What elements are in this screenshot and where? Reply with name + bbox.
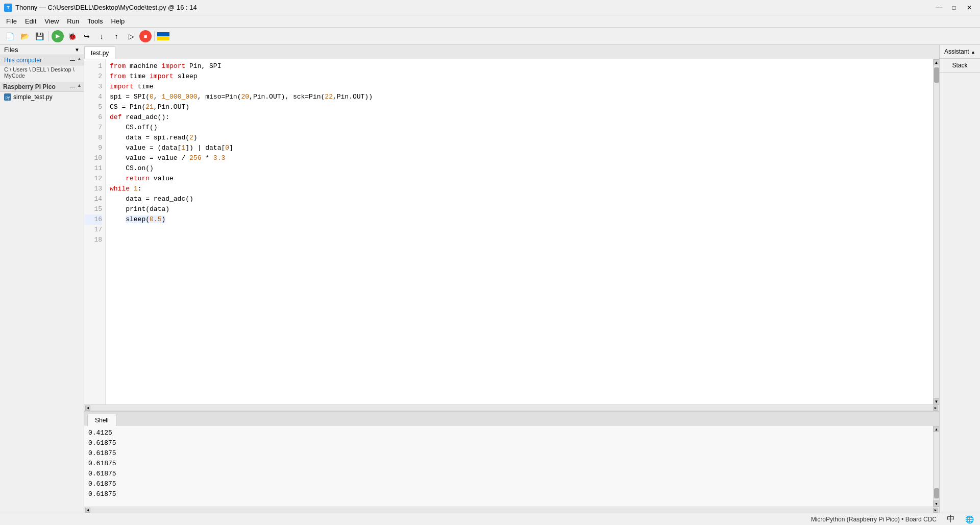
- resume-button[interactable]: ▷: [125, 30, 138, 43]
- interpreter-label: MicroPython (Raspberry Pi Pico): [811, 516, 900, 523]
- minimize-button[interactable]: ―: [932, 3, 945, 13]
- editor-hscrollbar[interactable]: ◄ ►: [84, 404, 939, 411]
- editor-scroll-up-btn[interactable]: ▲: [934, 59, 940, 65]
- py-file-icon: py: [4, 93, 11, 101]
- open-file-button[interactable]: 📂: [18, 30, 31, 43]
- assistant-label: Assistant: [944, 48, 969, 55]
- menu-edit[interactable]: Edit: [21, 16, 40, 26]
- files-tab[interactable]: Files ▼: [0, 45, 84, 55]
- sidebar-file-simple-test[interactable]: py simple_test.py: [0, 92, 84, 102]
- section-collapse-icon[interactable]: —: [69, 56, 76, 64]
- shell-scroll-left-btn[interactable]: ◄: [85, 508, 90, 513]
- raspberry-pi-section: Raspberry Pi Pico — ▲: [0, 82, 84, 92]
- shell-scroll-right-btn[interactable]: ►: [933, 508, 938, 513]
- files-arrow: ▼: [75, 47, 80, 53]
- stop-button[interactable]: ■: [139, 30, 152, 42]
- files-label: Files: [4, 46, 18, 54]
- menu-tools[interactable]: Tools: [83, 16, 107, 26]
- shell-scroll-up-btn[interactable]: ▲: [934, 426, 940, 432]
- main-area: Files ▼ This computer — ▲ C:\ Users \ DE…: [0, 45, 980, 513]
- titlebar-controls: ― □ ✕: [932, 3, 976, 13]
- save-file-button[interactable]: 💾: [33, 30, 46, 43]
- assistant-tab[interactable]: Assistant ▲: [940, 45, 980, 59]
- toolbar-sep-1: [48, 31, 49, 41]
- computer-path: C:\ Users \ DELL \ Desktop \ MyCode: [0, 65, 84, 80]
- shell-line: 0.61875: [88, 448, 929, 459]
- board-label: Board CDC: [905, 516, 937, 523]
- status-interpreter: MicroPython (Raspberry Pi Pico) • Board …: [811, 516, 937, 523]
- rpi-collapse-icon[interactable]: —: [69, 83, 76, 90]
- titlebar: T Thonny — C:\Users\DELL\Desktop\MyCode\…: [0, 0, 980, 15]
- file-label: simple_test.py: [13, 93, 53, 101]
- debug-button[interactable]: 🐞: [65, 30, 79, 43]
- editor-tab-bar: test.py: [84, 45, 939, 59]
- close-button[interactable]: ✕: [963, 3, 976, 13]
- step-out-button[interactable]: ↑: [110, 30, 123, 43]
- raspberry-pi-label[interactable]: Raspberry Pi Pico: [3, 83, 56, 90]
- editor-wrapper: test.py 12345 678910 1112131415 161718 f…: [84, 45, 939, 513]
- menu-view[interactable]: View: [40, 16, 63, 26]
- toolbar: 📄 📂 💾 ▶ 🐞 ↪ ↓ ↑ ▷ ■: [0, 28, 980, 45]
- app-icon: T: [4, 4, 12, 12]
- titlebar-left: T Thonny — C:\Users\DELL\Desktop\MyCode\…: [4, 4, 197, 12]
- sidebar: Files ▼ This computer — ▲ C:\ Users \ DE…: [0, 45, 84, 513]
- code-content[interactable]: from machine import Pin, SPI from time i…: [106, 59, 933, 404]
- status-network-icon: 🌐: [965, 515, 974, 523]
- shell-line: 0.61875: [88, 469, 929, 479]
- shell-hscrollbar[interactable]: ◄ ►: [84, 507, 939, 513]
- menubar: File Edit View Run Tools Help: [0, 15, 980, 28]
- shell-scroll-down-btn[interactable]: ▼: [934, 500, 940, 507]
- right-panel: Assistant ▲ Stack: [939, 45, 980, 513]
- shell-tab-bar: Shell: [84, 412, 939, 426]
- editor-and-scrollbar: 12345 678910 1112131415 161718 from mach…: [84, 59, 939, 404]
- maximize-button[interactable]: □: [947, 3, 961, 13]
- shell-vscrollbar[interactable]: ▲ ▼: [933, 426, 939, 507]
- new-file-button[interactable]: 📄: [3, 30, 16, 43]
- shell-scroll-thumb[interactable]: [934, 488, 939, 498]
- shell-line: 0.4125: [88, 428, 929, 438]
- editor-tab-test-py[interactable]: test.py: [84, 46, 115, 59]
- shell-line: 0.61875: [88, 438, 929, 448]
- editor-scroll-down-btn[interactable]: ▼: [934, 398, 940, 404]
- shell-output[interactable]: 0.4125 0.61875 0.61875 0.61875 0.61875 0…: [84, 426, 933, 507]
- titlebar-title: Thonny — C:\Users\DELL\Desktop\MyCode\te…: [15, 4, 197, 11]
- shell-tab[interactable]: Shell: [87, 414, 116, 426]
- menu-run[interactable]: Run: [63, 16, 83, 26]
- editor-vscrollbar[interactable]: ▲ ▼: [933, 59, 939, 404]
- line-numbers: 12345 678910 1112131415 161718: [84, 59, 106, 404]
- shell-content: 0.4125 0.61875 0.61875 0.61875 0.61875 0…: [84, 426, 939, 507]
- menu-help[interactable]: Help: [107, 16, 129, 26]
- rpi-scroll-up[interactable]: ▲: [77, 83, 82, 90]
- shell-area: Shell 0.4125 0.61875 0.61875 0.61875 0.6…: [84, 411, 939, 513]
- assistant-arrow: ▲: [971, 50, 975, 55]
- statusbar: MicroPython (Raspberry Pi Pico) • Board …: [0, 513, 980, 525]
- this-computer-label[interactable]: This computer: [3, 57, 42, 64]
- editor-main: test.py 12345 678910 1112131415 161718 f…: [84, 45, 939, 411]
- step-over-button[interactable]: ↪: [80, 30, 93, 43]
- editor-scroll-left-btn[interactable]: ◄: [85, 405, 90, 411]
- editor-scroll-right-btn[interactable]: ►: [933, 405, 938, 411]
- toolbar-sep-2: [154, 31, 155, 41]
- language-icon[interactable]: 中: [947, 514, 955, 524]
- shell-line: 0.61875: [88, 479, 929, 489]
- this-computer-section: This computer — ▲: [0, 55, 84, 65]
- editor-scroll-thumb[interactable]: [934, 67, 939, 83]
- section-scroll-up[interactable]: ▲: [77, 56, 82, 64]
- code-editor[interactable]: 12345 678910 1112131415 161718 from mach…: [84, 59, 933, 404]
- shell-line: 0.61875: [88, 489, 929, 499]
- run-button[interactable]: ▶: [52, 30, 64, 42]
- stack-tab[interactable]: Stack: [940, 59, 980, 73]
- step-into-button[interactable]: ↓: [95, 30, 108, 43]
- shell-line: 0.61875: [88, 459, 929, 469]
- menu-file[interactable]: File: [2, 16, 21, 26]
- ukraine-flag: [157, 32, 169, 40]
